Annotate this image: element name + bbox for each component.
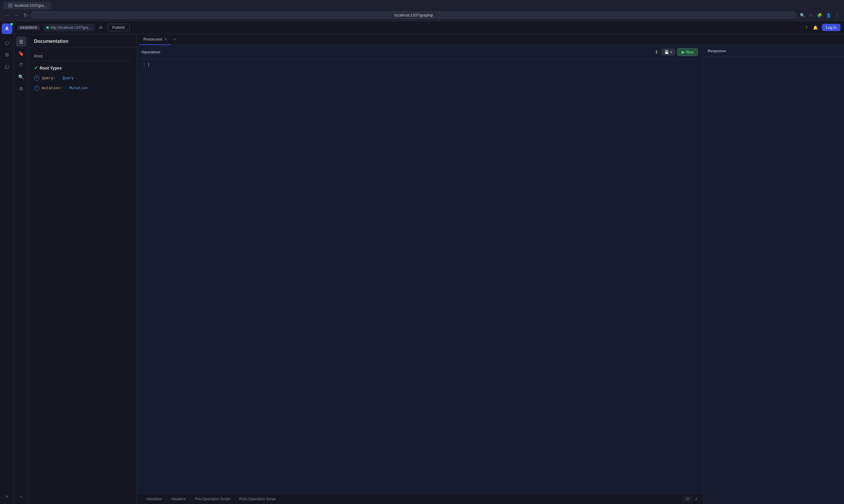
logo-letter: A [5,26,9,31]
endpoint-url: http://localhost:1337/gra... [51,25,91,30]
menu-button[interactable]: ⋮ [834,12,841,19]
browser-tab[interactable]: localhost:1337/gra... [3,2,51,10]
root-types-label: Root Types [40,66,62,70]
operation-pane-header: Operation ⬆ 💾 ▾ ▶ Run [137,45,703,59]
check-icon: ✓ [34,65,38,71]
top-bar: SANDBOX http://localhost:1337/gra... ⚙ P… [14,21,844,34]
post-operation-tab[interactable]: Post-Operation Script [235,494,280,504]
run-button[interactable]: ▶ Run [677,48,698,56]
login-button[interactable]: Log in [822,24,841,31]
main-area: Restaurant × + Operation ⬆ [137,34,844,504]
code-editor[interactable]: 1 [137,59,703,493]
tab-add-button[interactable]: + [171,35,179,44]
tabs-bar: Restaurant × + [137,34,844,45]
sandbox-badge: SANDBOX [18,25,40,30]
extensions-button[interactable]: 🧩 [816,12,823,19]
doc-root-item[interactable]: Root [34,51,131,61]
headers-tab[interactable]: Headers [167,494,190,504]
doc-type-query[interactable]: + query: Query [34,73,131,83]
doc-header: Documentation [28,34,137,48]
line-number-1: 1 [137,61,149,66]
text-cursor [149,62,149,67]
split-panes: Operation ⬆ 💾 ▾ ▶ Run [137,45,844,504]
nav-back-button[interactable]: ← [3,12,11,19]
code-line-1: 1 [137,61,703,68]
plus-circle-icon-mutation: + [34,85,39,91]
browser-tab-label: localhost:1337/gra... [15,3,47,7]
profile-button[interactable]: 👤 [825,12,832,19]
content-area: ☰ 🔖 ⏱ 🔍 ⚙ « Documentation Root ✓ Root Ty… [14,34,844,504]
browser-address-bar: ← → ↻ 🔍 ☆ 🧩 👤 ⋮ [0,10,844,21]
mutation-value: Mutation [69,86,87,90]
variables-tab[interactable]: Variables [141,494,167,504]
save-icon: 💾 [664,50,669,54]
response-pane: Response [703,45,844,504]
sidebar-collapse-button[interactable]: » [2,491,12,502]
operation-pane-title: Operation [141,50,160,54]
tab-restaurant[interactable]: Restaurant × [139,34,171,45]
endpoint-settings-button[interactable]: ⚙ [98,24,104,31]
doc-type-mutation[interactable]: + mutation: Mutation [34,83,131,93]
tab-close-button[interactable]: × [165,37,167,41]
play-icon: ▶ [682,50,685,54]
query-keyword: query: [42,76,55,80]
endpoint-status-dot [47,26,49,29]
sidebar-bookmark-button[interactable]: 🔖 [16,48,27,59]
response-pane-title: Response [708,49,726,53]
address-bar-input[interactable] [31,12,796,19]
tab-restaurant-label: Restaurant [143,37,162,41]
doc-root-types-section: ✓ Root Types [34,61,131,73]
help-button[interactable]: ? [804,24,809,31]
secondary-sidebar: ☰ 🔖 ⏱ 🔍 ⚙ « [14,34,28,504]
bookmark-star-button[interactable]: ☆ [808,12,814,19]
nav-reload-button[interactable]: ↻ [22,11,29,19]
save-button[interactable]: 💾 ▾ [661,49,675,55]
query-space [58,76,60,80]
response-content [703,57,844,504]
sidebar-settings-button[interactable]: ⚙ [16,83,27,94]
zoom-button[interactable]: 🔍 [799,12,806,19]
top-bar-right: ? 🔔 Log in [804,24,841,31]
sidebar-history-button[interactable]: ⏱ [16,60,27,70]
keyboard-shortcut-icon[interactable]: ⌨ [683,496,692,502]
browser-chrome: localhost:1337/gra... ← → ↻ 🔍 ☆ 🧩 👤 ⋮ [0,0,844,21]
sidebar-docs-button[interactable]: ☰ [16,36,27,47]
doc-panel: Documentation Root ✓ Root Types + query:… [28,34,137,504]
mutation-space [65,86,67,90]
sidebar-item-graph[interactable]: ⬡ [2,38,12,48]
line-content-1 [149,61,703,68]
response-pane-header: Response [703,45,844,57]
operation-pane: Operation ⬆ 💾 ▾ ▶ Run [137,45,703,504]
pane-actions: ⬆ 💾 ▾ ▶ Run [654,48,698,56]
endpoint-indicator[interactable]: http://localhost:1337/gra... [43,24,94,31]
pre-operation-tab[interactable]: Pre-Operation Script [190,494,235,504]
plus-circle-icon: + [34,75,39,81]
share-button[interactable]: ⬆ [654,49,659,56]
sidebar-search-button[interactable]: 🔍 [16,72,27,82]
browser-actions: 🔍 ☆ 🧩 👤 ⋮ [799,12,841,19]
sidebar-item-unknown1[interactable]: ⊞ [2,49,12,60]
tab-favicon [8,3,12,7]
publish-button[interactable]: Publish [107,24,130,31]
mutation-keyword: mutation: [42,86,62,90]
query-value: Query [63,76,74,80]
doc-panel-title: Documentation [34,39,68,44]
bottom-collapse-button[interactable]: ∧ [694,496,698,502]
app-sidebar: A ⬡ ⊞ ◱ » [0,21,14,504]
nav-forward-button[interactable]: → [13,12,20,19]
app-logo[interactable]: A [2,23,12,34]
app-layout: A ⬡ ⊞ ◱ » SANDBOX http://localhost:1337/… [0,21,844,504]
save-chevron: ▾ [670,50,672,54]
notification-dot [11,23,13,25]
bottom-tabs: Variables Headers Pre-Operation Script P… [137,493,703,504]
doc-content: Root ✓ Root Types + query: Query + mutat… [28,48,137,504]
notifications-button[interactable]: 🔔 [812,24,819,31]
sidebar-collapse-button[interactable]: « [16,491,27,502]
sidebar-item-unknown2[interactable]: ◱ [2,61,12,72]
browser-tabs: localhost:1337/gra... [0,0,844,10]
run-label: Run [686,50,694,54]
